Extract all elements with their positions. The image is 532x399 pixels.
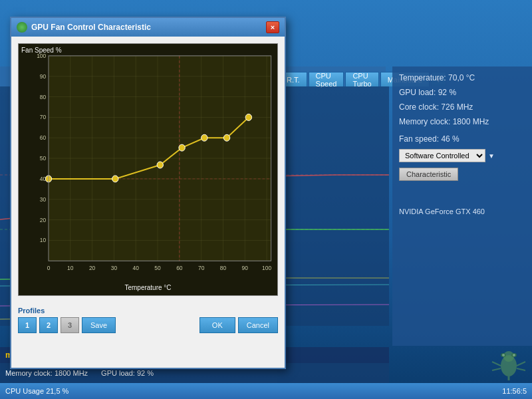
svg-point-59 xyxy=(179,144,185,151)
memory-clock-info: Memory clock: 1800 MHz xyxy=(399,117,525,126)
svg-point-7 xyxy=(513,354,515,356)
fan-control-dialog: GPU Fan Control Characteristic × Fan Spe… xyxy=(10,17,286,369)
time-display: 11:56:5 xyxy=(502,387,527,395)
svg-text:90: 90 xyxy=(242,265,249,271)
memory-clock-text: Memory clock: 1800 MHz xyxy=(5,369,88,377)
svg-text:60: 60 xyxy=(40,134,47,141)
svg-text:70: 70 xyxy=(40,114,47,120)
svg-text:100: 100 xyxy=(37,53,46,59)
svg-line-11 xyxy=(517,368,525,370)
dialog-titlebar[interactable]: GPU Fan Control Characteristic × xyxy=(11,18,285,37)
gecko-icon xyxy=(489,347,529,380)
svg-text:10: 10 xyxy=(67,265,74,271)
svg-text:80: 80 xyxy=(40,93,47,100)
fan-chart-container: Fan Speed % Temperature °C xyxy=(18,43,278,296)
svg-text:50: 50 xyxy=(154,265,161,271)
svg-text:80: 80 xyxy=(220,265,227,271)
core-clock-info: Core clock: 726 MHz xyxy=(399,102,525,112)
svg-point-6 xyxy=(502,354,505,356)
svg-point-62 xyxy=(245,114,251,120)
profile-3-button[interactable]: 3 xyxy=(61,317,79,333)
save-button[interactable]: Save xyxy=(82,317,116,333)
fan-speed-info: Fan speed: 46 % xyxy=(399,134,525,144)
fan-mode-dropdown[interactable]: Software Controlled xyxy=(399,149,485,162)
profiles-section: Profiles 1 2 3 Save OK Cancel xyxy=(11,303,285,336)
svg-text:20: 20 xyxy=(40,216,47,223)
svg-text:20: 20 xyxy=(89,265,96,271)
tab-cpu-turbo[interactable]: CPU Turbo xyxy=(345,72,378,86)
profiles-buttons-row: 1 2 3 Save OK Cancel xyxy=(18,317,278,333)
profiles-label: Profiles xyxy=(18,307,278,315)
temperature-info: Temperature: 70,0 °C xyxy=(399,73,525,82)
svg-text:90: 90 xyxy=(40,72,47,79)
status-bar: CPU Usage 21,5 % 11:56:5 xyxy=(0,383,532,399)
svg-point-60 xyxy=(201,134,207,141)
svg-text:100: 100 xyxy=(262,265,271,271)
svg-text:70: 70 xyxy=(198,265,205,271)
profile-2-button[interactable]: 2 xyxy=(39,317,58,333)
right-info-panel: Temperature: 70,0 °C GPU load: 92 % Core… xyxy=(392,66,532,346)
svg-text:30: 30 xyxy=(111,265,118,271)
characteristic-button[interactable]: Characteristic xyxy=(399,168,458,181)
gpu-model-text: NVIDIA GeForce GTX 460 xyxy=(399,207,525,215)
gpu-load-text: GPU load: 92 % xyxy=(101,369,154,377)
svg-point-61 xyxy=(223,134,229,141)
gpu-load-info: GPU load: 92 % xyxy=(399,88,525,97)
svg-text:0: 0 xyxy=(47,265,51,271)
svg-text:40: 40 xyxy=(133,265,140,271)
svg-line-9 xyxy=(492,368,501,370)
dropdown-arrow-icon: ▼ xyxy=(488,152,495,160)
svg-text:30: 30 xyxy=(40,196,47,203)
svg-text:60: 60 xyxy=(176,265,183,271)
dialog-close-button[interactable]: × xyxy=(266,21,279,33)
fan-control-row: Software Controlled ▼ xyxy=(399,149,525,162)
svg-line-8 xyxy=(492,362,501,366)
profile-1-button[interactable]: 1 xyxy=(18,317,37,333)
tab-cpu-speed[interactable]: CPU Speed xyxy=(309,72,344,86)
dialog-title: GPU Fan Control Characteristic xyxy=(31,23,266,32)
ok-button[interactable]: OK xyxy=(200,317,235,333)
svg-line-10 xyxy=(517,362,525,366)
svg-point-58 xyxy=(157,162,163,168)
cpu-usage-text: CPU Usage 21,5 % xyxy=(5,387,68,395)
dialog-app-icon xyxy=(17,22,27,33)
svg-text:10: 10 xyxy=(40,237,47,243)
svg-text:50: 50 xyxy=(40,155,47,162)
cancel-button[interactable]: Cancel xyxy=(238,317,278,333)
svg-point-57 xyxy=(112,176,118,182)
